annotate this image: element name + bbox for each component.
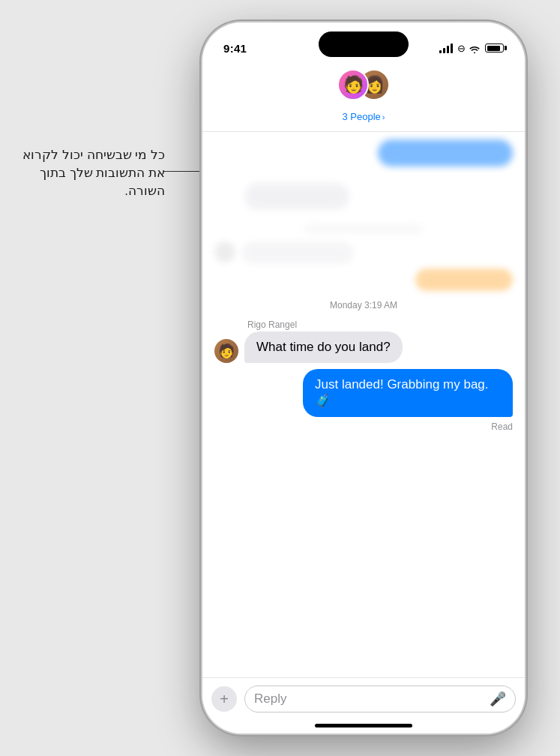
people-count-label[interactable]: 3 People ›: [343, 111, 385, 122]
iphone-frame: 9:41 ⊖: [202, 22, 525, 734]
people-count-text: 3 People: [343, 111, 381, 122]
blurred-messages-bot: [202, 238, 525, 294]
status-time: 9:41: [223, 42, 247, 55]
home-indicator[interactable]: [315, 724, 412, 728]
microphone-icon[interactable]: 🎤: [490, 691, 506, 707]
avatar-1: 🧑: [337, 69, 369, 100]
bubble-row-incoming: 🧑 What time do you land?: [214, 332, 513, 363]
dynamic-island: [319, 32, 409, 57]
bubble-row-outgoing: Just landed! Grabbing my bag. 🧳: [214, 369, 513, 417]
chat-body: 🧑 👩 3 People ›: [202, 63, 525, 734]
avatars-group: 🧑 👩: [337, 69, 390, 108]
annotation-text: כל מי שבשיחה יכול לקרוא את התשובות שלך ב…: [15, 146, 165, 200]
messages-scroll: Monday 3:19 AM Rigo Rangel 🧑 What time d…: [202, 132, 525, 677]
blurred-section-mid: [202, 219, 525, 238]
add-button[interactable]: +: [211, 686, 237, 712]
message-bubble-incoming: What time do you land?: [244, 332, 403, 363]
read-receipt: Read: [202, 422, 525, 432]
chevron-right-icon: ›: [382, 112, 385, 122]
message-row-incoming: Rigo Rangel 🧑 What time do you land?: [202, 316, 525, 366]
message-bubble-outgoing: Just landed! Grabbing my bag. 🧳: [303, 369, 513, 417]
avatar-rigo: 🧑: [214, 339, 238, 363]
scene: כל מי שבשיחה יכול לקרוא את התשובות שלך ב…: [0, 0, 560, 756]
reply-placeholder: Reply: [254, 692, 286, 706]
sender-name: Rigo Rangel: [247, 320, 513, 330]
message-row-outgoing: Just landed! Grabbing my bag. 🧳: [202, 366, 525, 420]
wifi-icon: ⊖: [457, 43, 481, 54]
chat-header[interactable]: 🧑 👩 3 People ›: [202, 63, 525, 132]
timestamp: Monday 3:19 AM: [202, 294, 525, 316]
battery-icon: [485, 44, 504, 52]
reply-input-field[interactable]: Reply 🎤: [244, 686, 516, 712]
blurred-messages-mid: [202, 180, 525, 219]
blurred-messages-top: [202, 132, 525, 180]
signal-bars-icon: [439, 44, 453, 53]
status-icons: ⊖: [439, 43, 504, 54]
